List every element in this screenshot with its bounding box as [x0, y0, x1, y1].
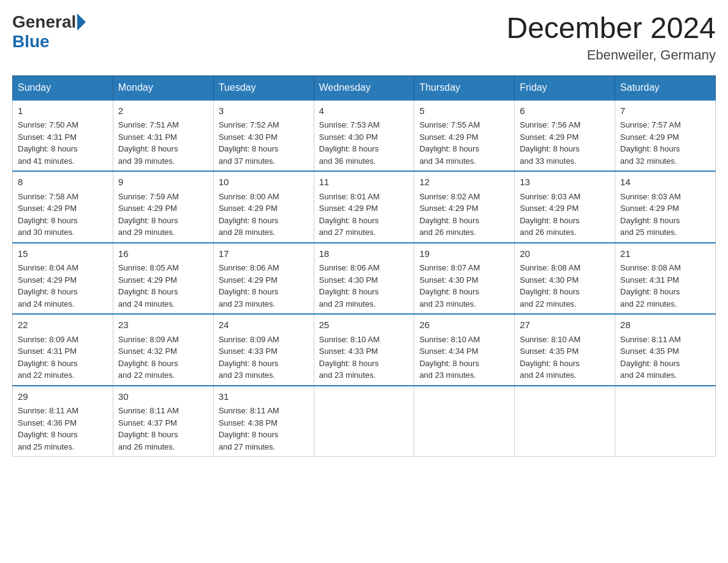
- daylight-minutes: and 25 minutes.: [620, 228, 677, 237]
- day-number: 4: [319, 104, 409, 118]
- calendar-day-cell: [615, 386, 716, 457]
- daylight: Daylight: 8 hours: [620, 216, 680, 225]
- header-monday: Monday: [113, 75, 213, 100]
- calendar-day-cell: 28Sunrise: 8:11 AMSunset: 4:35 PMDayligh…: [615, 314, 716, 386]
- calendar-day-cell: 19Sunrise: 8:07 AMSunset: 4:30 PMDayligh…: [414, 243, 515, 315]
- daylight-minutes: and 23 minutes.: [219, 299, 276, 308]
- sunset: Sunset: 4:30 PM: [319, 132, 378, 142]
- day-number: 30: [118, 390, 208, 404]
- logo: General Blue: [12, 12, 87, 52]
- sunrise: Sunrise: 8:11 AM: [18, 406, 78, 415]
- daylight: Daylight: 8 hours: [18, 287, 78, 296]
- day-number: 27: [520, 318, 610, 332]
- sunset: Sunset: 4:37 PM: [118, 418, 177, 427]
- day-number: 7: [620, 104, 710, 118]
- daylight-minutes: and 39 minutes.: [118, 156, 175, 166]
- calendar-day-cell: [414, 386, 515, 457]
- daylight-minutes: and 24 minutes.: [18, 299, 75, 308]
- daylight-minutes: and 23 minutes.: [419, 370, 476, 380]
- day-number: 11: [319, 175, 409, 190]
- calendar-day-cell: 11Sunrise: 8:01 AMSunset: 4:29 PMDayligh…: [314, 171, 414, 243]
- daylight: Daylight: 8 hours: [219, 359, 279, 368]
- sunrise: Sunrise: 8:07 AM: [419, 263, 480, 272]
- day-number: 28: [620, 318, 710, 332]
- day-number: 21: [620, 247, 710, 261]
- day-number: 8: [18, 175, 108, 190]
- sunset: Sunset: 4:29 PM: [219, 204, 278, 213]
- daylight: Daylight: 8 hours: [118, 144, 178, 153]
- daylight: Daylight: 8 hours: [419, 287, 479, 296]
- daylight-minutes: and 26 minutes.: [419, 228, 476, 237]
- daylight: Daylight: 8 hours: [219, 216, 279, 225]
- sunrise: Sunrise: 7:53 AM: [319, 120, 380, 129]
- day-number: 15: [18, 247, 108, 261]
- sunset: Sunset: 4:33 PM: [319, 347, 378, 356]
- logo-blue-text: Blue: [12, 32, 50, 52]
- calendar-day-cell: 5Sunrise: 7:55 AMSunset: 4:29 PMDaylight…: [414, 100, 515, 172]
- day-number: 31: [219, 390, 309, 404]
- daylight: Daylight: 8 hours: [18, 430, 78, 439]
- sunrise: Sunrise: 8:03 AM: [520, 192, 580, 201]
- sunrise: Sunrise: 8:02 AM: [419, 192, 480, 201]
- day-number: 26: [419, 318, 509, 332]
- sunrise: Sunrise: 8:06 AM: [319, 263, 380, 272]
- day-number: 29: [18, 390, 108, 404]
- month-title: December 2024: [506, 12, 716, 45]
- daylight-minutes: and 23 minutes.: [319, 370, 376, 380]
- day-number: 14: [620, 175, 710, 190]
- daylight-minutes: and 26 minutes.: [118, 442, 175, 451]
- daylight: Daylight: 8 hours: [319, 216, 379, 225]
- sunset: Sunset: 4:34 PM: [419, 347, 478, 356]
- day-number: 23: [118, 318, 208, 332]
- sunset: Sunset: 4:35 PM: [620, 347, 679, 356]
- sunrise: Sunrise: 8:05 AM: [118, 263, 179, 272]
- calendar-day-cell: 12Sunrise: 8:02 AMSunset: 4:29 PMDayligh…: [414, 171, 515, 243]
- calendar-day-cell: 27Sunrise: 8:10 AMSunset: 4:35 PMDayligh…: [515, 314, 615, 386]
- daylight-minutes: and 30 minutes.: [18, 228, 75, 237]
- sunset: Sunset: 4:29 PM: [118, 275, 177, 285]
- sunrise: Sunrise: 8:09 AM: [18, 335, 78, 344]
- daylight-minutes: and 37 minutes.: [219, 156, 276, 166]
- sunset: Sunset: 4:29 PM: [18, 204, 77, 213]
- calendar-day-cell: 16Sunrise: 8:05 AMSunset: 4:29 PMDayligh…: [113, 243, 213, 315]
- calendar-day-cell: [515, 386, 615, 457]
- calendar-day-cell: 3Sunrise: 7:52 AMSunset: 4:30 PMDaylight…: [213, 100, 314, 172]
- day-number: 19: [419, 247, 509, 261]
- calendar-day-cell: 24Sunrise: 8:09 AMSunset: 4:33 PMDayligh…: [213, 314, 314, 386]
- calendar-day-cell: 22Sunrise: 8:09 AMSunset: 4:31 PMDayligh…: [13, 314, 113, 386]
- sunset: Sunset: 4:29 PM: [118, 204, 177, 213]
- sunrise: Sunrise: 7:57 AM: [620, 120, 681, 129]
- day-number: 22: [18, 318, 108, 332]
- calendar-day-cell: 29Sunrise: 8:11 AMSunset: 4:36 PMDayligh…: [13, 386, 113, 457]
- daylight: Daylight: 8 hours: [319, 144, 379, 153]
- calendar-day-cell: 13Sunrise: 8:03 AMSunset: 4:29 PMDayligh…: [515, 171, 615, 243]
- sunrise: Sunrise: 7:55 AM: [419, 120, 480, 129]
- header-tuesday: Tuesday: [213, 75, 314, 100]
- header-saturday: Saturday: [615, 75, 716, 100]
- calendar-day-cell: 9Sunrise: 7:59 AMSunset: 4:29 PMDaylight…: [113, 171, 213, 243]
- logo-triangle-icon: [77, 13, 86, 31]
- daylight-minutes: and 23 minutes.: [219, 370, 276, 380]
- day-number: 10: [219, 175, 309, 190]
- daylight-minutes: and 27 minutes.: [219, 442, 276, 451]
- calendar-week-row: 1Sunrise: 7:50 AMSunset: 4:31 PMDaylight…: [13, 100, 716, 172]
- sunrise: Sunrise: 8:03 AM: [620, 192, 681, 201]
- sunset: Sunset: 4:36 PM: [18, 418, 77, 427]
- daylight: Daylight: 8 hours: [219, 144, 279, 153]
- calendar-week-row: 8Sunrise: 7:58 AMSunset: 4:29 PMDaylight…: [13, 171, 716, 243]
- daylight-minutes: and 24 minutes.: [520, 370, 577, 380]
- header-sunday: Sunday: [13, 75, 113, 100]
- sunrise: Sunrise: 8:08 AM: [520, 263, 580, 272]
- calendar-day-cell: 10Sunrise: 8:00 AMSunset: 4:29 PMDayligh…: [213, 171, 314, 243]
- sunrise: Sunrise: 8:00 AM: [219, 192, 279, 201]
- day-number: 24: [219, 318, 309, 332]
- daylight-minutes: and 32 minutes.: [620, 156, 677, 166]
- sunrise: Sunrise: 7:59 AM: [118, 192, 179, 201]
- day-number: 25: [319, 318, 409, 332]
- sunset: Sunset: 4:30 PM: [319, 275, 378, 285]
- daylight: Daylight: 8 hours: [520, 144, 580, 153]
- sunset: Sunset: 4:29 PM: [620, 204, 679, 213]
- calendar-week-row: 22Sunrise: 8:09 AMSunset: 4:31 PMDayligh…: [13, 314, 716, 386]
- daylight-minutes: and 23 minutes.: [319, 299, 376, 308]
- calendar-day-cell: 6Sunrise: 7:56 AMSunset: 4:29 PMDaylight…: [515, 100, 615, 172]
